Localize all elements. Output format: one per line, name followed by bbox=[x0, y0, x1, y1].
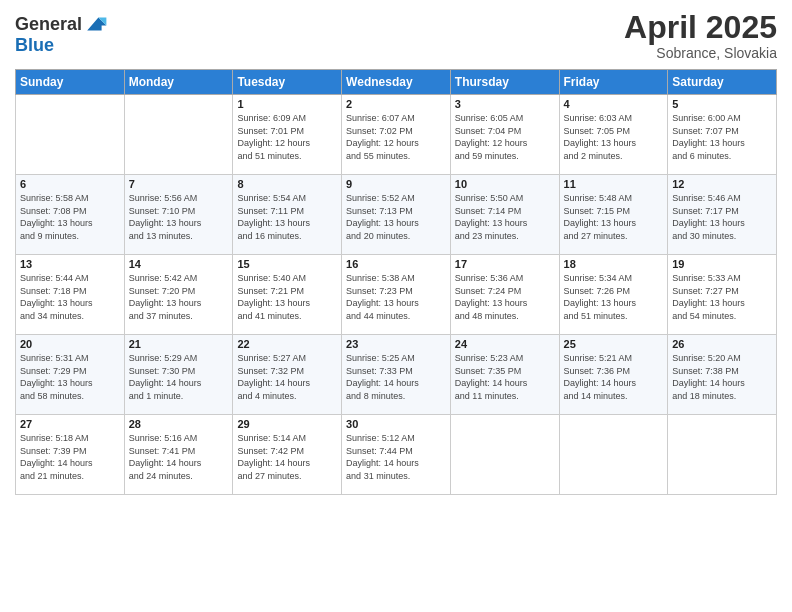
calendar-cell: 21Sunrise: 5:29 AM Sunset: 7:30 PM Dayli… bbox=[124, 335, 233, 415]
day-info: Sunrise: 5:48 AM Sunset: 7:15 PM Dayligh… bbox=[564, 192, 664, 242]
day-info: Sunrise: 5:42 AM Sunset: 7:20 PM Dayligh… bbox=[129, 272, 229, 322]
header-tuesday: Tuesday bbox=[233, 70, 342, 95]
day-number: 19 bbox=[672, 258, 772, 270]
calendar-week-3: 13Sunrise: 5:44 AM Sunset: 7:18 PM Dayli… bbox=[16, 255, 777, 335]
calendar-cell: 22Sunrise: 5:27 AM Sunset: 7:32 PM Dayli… bbox=[233, 335, 342, 415]
calendar-cell bbox=[16, 95, 125, 175]
header-thursday: Thursday bbox=[450, 70, 559, 95]
day-info: Sunrise: 5:31 AM Sunset: 7:29 PM Dayligh… bbox=[20, 352, 120, 402]
day-info: Sunrise: 5:36 AM Sunset: 7:24 PM Dayligh… bbox=[455, 272, 555, 322]
logo-icon bbox=[84, 12, 108, 36]
calendar-cell: 11Sunrise: 5:48 AM Sunset: 7:15 PM Dayli… bbox=[559, 175, 668, 255]
calendar-cell: 19Sunrise: 5:33 AM Sunset: 7:27 PM Dayli… bbox=[668, 255, 777, 335]
calendar-cell: 14Sunrise: 5:42 AM Sunset: 7:20 PM Dayli… bbox=[124, 255, 233, 335]
calendar-week-2: 6Sunrise: 5:58 AM Sunset: 7:08 PM Daylig… bbox=[16, 175, 777, 255]
calendar-cell: 23Sunrise: 5:25 AM Sunset: 7:33 PM Dayli… bbox=[342, 335, 451, 415]
day-number: 22 bbox=[237, 338, 337, 350]
day-number: 23 bbox=[346, 338, 446, 350]
page: General Blue April 2025 Sobrance, Slovak… bbox=[0, 0, 792, 612]
header: General Blue April 2025 Sobrance, Slovak… bbox=[15, 10, 777, 61]
day-info: Sunrise: 5:33 AM Sunset: 7:27 PM Dayligh… bbox=[672, 272, 772, 322]
calendar-cell: 5Sunrise: 6:00 AM Sunset: 7:07 PM Daylig… bbox=[668, 95, 777, 175]
calendar-week-4: 20Sunrise: 5:31 AM Sunset: 7:29 PM Dayli… bbox=[16, 335, 777, 415]
day-info: Sunrise: 6:05 AM Sunset: 7:04 PM Dayligh… bbox=[455, 112, 555, 162]
calendar-cell: 10Sunrise: 5:50 AM Sunset: 7:14 PM Dayli… bbox=[450, 175, 559, 255]
logo-general-text: General bbox=[15, 15, 82, 35]
day-info: Sunrise: 5:12 AM Sunset: 7:44 PM Dayligh… bbox=[346, 432, 446, 482]
day-info: Sunrise: 5:25 AM Sunset: 7:33 PM Dayligh… bbox=[346, 352, 446, 402]
day-number: 12 bbox=[672, 178, 772, 190]
day-info: Sunrise: 5:56 AM Sunset: 7:10 PM Dayligh… bbox=[129, 192, 229, 242]
calendar-cell: 20Sunrise: 5:31 AM Sunset: 7:29 PM Dayli… bbox=[16, 335, 125, 415]
day-number: 27 bbox=[20, 418, 120, 430]
day-number: 9 bbox=[346, 178, 446, 190]
day-info: Sunrise: 5:44 AM Sunset: 7:18 PM Dayligh… bbox=[20, 272, 120, 322]
calendar-cell bbox=[450, 415, 559, 495]
location-subtitle: Sobrance, Slovakia bbox=[624, 45, 777, 61]
calendar-cell: 13Sunrise: 5:44 AM Sunset: 7:18 PM Dayli… bbox=[16, 255, 125, 335]
day-info: Sunrise: 5:40 AM Sunset: 7:21 PM Dayligh… bbox=[237, 272, 337, 322]
day-info: Sunrise: 5:38 AM Sunset: 7:23 PM Dayligh… bbox=[346, 272, 446, 322]
day-info: Sunrise: 5:46 AM Sunset: 7:17 PM Dayligh… bbox=[672, 192, 772, 242]
calendar-cell: 9Sunrise: 5:52 AM Sunset: 7:13 PM Daylig… bbox=[342, 175, 451, 255]
calendar-cell: 2Sunrise: 6:07 AM Sunset: 7:02 PM Daylig… bbox=[342, 95, 451, 175]
calendar-cell: 15Sunrise: 5:40 AM Sunset: 7:21 PM Dayli… bbox=[233, 255, 342, 335]
header-monday: Monday bbox=[124, 70, 233, 95]
logo: General Blue bbox=[15, 14, 108, 56]
calendar-cell: 24Sunrise: 5:23 AM Sunset: 7:35 PM Dayli… bbox=[450, 335, 559, 415]
calendar-cell: 26Sunrise: 5:20 AM Sunset: 7:38 PM Dayli… bbox=[668, 335, 777, 415]
day-number: 5 bbox=[672, 98, 772, 110]
calendar-cell bbox=[559, 415, 668, 495]
header-sunday: Sunday bbox=[16, 70, 125, 95]
calendar-cell: 12Sunrise: 5:46 AM Sunset: 7:17 PM Dayli… bbox=[668, 175, 777, 255]
day-info: Sunrise: 5:54 AM Sunset: 7:11 PM Dayligh… bbox=[237, 192, 337, 242]
day-number: 8 bbox=[237, 178, 337, 190]
day-number: 28 bbox=[129, 418, 229, 430]
day-info: Sunrise: 5:18 AM Sunset: 7:39 PM Dayligh… bbox=[20, 432, 120, 482]
header-wednesday: Wednesday bbox=[342, 70, 451, 95]
day-number: 14 bbox=[129, 258, 229, 270]
header-saturday: Saturday bbox=[668, 70, 777, 95]
day-info: Sunrise: 5:29 AM Sunset: 7:30 PM Dayligh… bbox=[129, 352, 229, 402]
day-number: 24 bbox=[455, 338, 555, 350]
month-title: April 2025 bbox=[624, 10, 777, 45]
day-number: 18 bbox=[564, 258, 664, 270]
day-info: Sunrise: 5:50 AM Sunset: 7:14 PM Dayligh… bbox=[455, 192, 555, 242]
calendar-cell: 29Sunrise: 5:14 AM Sunset: 7:42 PM Dayli… bbox=[233, 415, 342, 495]
day-info: Sunrise: 6:09 AM Sunset: 7:01 PM Dayligh… bbox=[237, 112, 337, 162]
day-number: 17 bbox=[455, 258, 555, 270]
day-info: Sunrise: 5:27 AM Sunset: 7:32 PM Dayligh… bbox=[237, 352, 337, 402]
calendar-header-row: Sunday Monday Tuesday Wednesday Thursday… bbox=[16, 70, 777, 95]
day-number: 7 bbox=[129, 178, 229, 190]
calendar-cell: 8Sunrise: 5:54 AM Sunset: 7:11 PM Daylig… bbox=[233, 175, 342, 255]
calendar-cell: 1Sunrise: 6:09 AM Sunset: 7:01 PM Daylig… bbox=[233, 95, 342, 175]
day-number: 3 bbox=[455, 98, 555, 110]
calendar-week-5: 27Sunrise: 5:18 AM Sunset: 7:39 PM Dayli… bbox=[16, 415, 777, 495]
day-number: 13 bbox=[20, 258, 120, 270]
day-number: 20 bbox=[20, 338, 120, 350]
day-info: Sunrise: 5:16 AM Sunset: 7:41 PM Dayligh… bbox=[129, 432, 229, 482]
day-info: Sunrise: 6:00 AM Sunset: 7:07 PM Dayligh… bbox=[672, 112, 772, 162]
header-friday: Friday bbox=[559, 70, 668, 95]
day-number: 29 bbox=[237, 418, 337, 430]
day-info: Sunrise: 6:03 AM Sunset: 7:05 PM Dayligh… bbox=[564, 112, 664, 162]
day-info: Sunrise: 5:14 AM Sunset: 7:42 PM Dayligh… bbox=[237, 432, 337, 482]
day-info: Sunrise: 5:58 AM Sunset: 7:08 PM Dayligh… bbox=[20, 192, 120, 242]
day-number: 2 bbox=[346, 98, 446, 110]
calendar-cell: 28Sunrise: 5:16 AM Sunset: 7:41 PM Dayli… bbox=[124, 415, 233, 495]
logo-blue-text: Blue bbox=[15, 36, 108, 56]
day-number: 21 bbox=[129, 338, 229, 350]
day-number: 15 bbox=[237, 258, 337, 270]
day-number: 6 bbox=[20, 178, 120, 190]
day-info: Sunrise: 5:23 AM Sunset: 7:35 PM Dayligh… bbox=[455, 352, 555, 402]
calendar-cell: 16Sunrise: 5:38 AM Sunset: 7:23 PM Dayli… bbox=[342, 255, 451, 335]
day-info: Sunrise: 5:20 AM Sunset: 7:38 PM Dayligh… bbox=[672, 352, 772, 402]
day-number: 4 bbox=[564, 98, 664, 110]
day-number: 10 bbox=[455, 178, 555, 190]
day-info: Sunrise: 5:21 AM Sunset: 7:36 PM Dayligh… bbox=[564, 352, 664, 402]
calendar-table: Sunday Monday Tuesday Wednesday Thursday… bbox=[15, 69, 777, 495]
day-info: Sunrise: 6:07 AM Sunset: 7:02 PM Dayligh… bbox=[346, 112, 446, 162]
day-number: 1 bbox=[237, 98, 337, 110]
calendar-cell: 3Sunrise: 6:05 AM Sunset: 7:04 PM Daylig… bbox=[450, 95, 559, 175]
calendar-cell: 6Sunrise: 5:58 AM Sunset: 7:08 PM Daylig… bbox=[16, 175, 125, 255]
